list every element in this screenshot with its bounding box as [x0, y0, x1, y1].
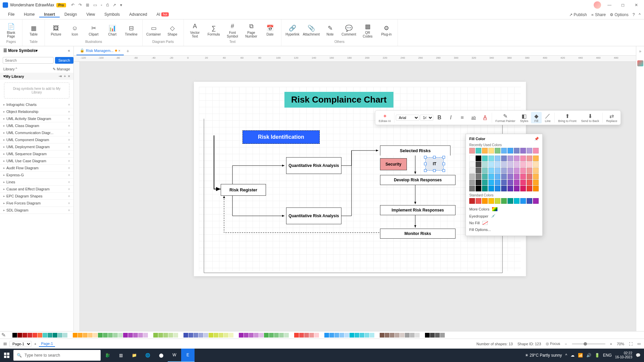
- colorbar-swatch[interactable]: [299, 333, 304, 338]
- lib-category[interactable]: ▸UML Class Diagram×: [0, 122, 73, 129]
- color-swatch[interactable]: [476, 174, 481, 179]
- ribbon-font-symbol[interactable]: #FontSymbol: [224, 21, 241, 40]
- zoom-slider[interactable]: [572, 343, 605, 345]
- colorbar-swatch[interactable]: [319, 333, 324, 338]
- share-button[interactable]: ∝ Share: [591, 12, 606, 17]
- color-swatch[interactable]: [501, 174, 507, 179]
- ribbon-comment[interactable]: 💬Comment: [340, 21, 357, 40]
- color-swatch[interactable]: [520, 156, 526, 161]
- lib-category[interactable]: ▸Five Forces Diagram×: [0, 200, 73, 207]
- ribbon-icon[interactable]: ☺Icon: [66, 21, 83, 40]
- color-swatch[interactable]: [476, 156, 481, 161]
- maximize-button[interactable]: ◻: [618, 3, 628, 7]
- selection-handle[interactable]: [424, 169, 427, 172]
- colorbar-swatch[interactable]: [108, 333, 113, 338]
- colorbar-swatch[interactable]: [360, 333, 364, 338]
- shape-title[interactable]: Risk Complaince Chart: [284, 92, 393, 108]
- lib-category[interactable]: ▸UML Communication Diagr...×: [0, 129, 73, 136]
- color-swatch[interactable]: [469, 156, 475, 161]
- colorbar-swatch[interactable]: [143, 333, 148, 338]
- colorbar-swatch[interactable]: [259, 333, 264, 338]
- colorbar-swatch[interactable]: [229, 333, 233, 338]
- selection-handle[interactable]: [424, 163, 427, 165]
- close-category-icon[interactable]: ×: [68, 145, 70, 149]
- color-swatch[interactable]: [482, 174, 488, 179]
- colorbar-swatch[interactable]: [445, 333, 450, 338]
- more-qat-icon[interactable]: ▾: [120, 3, 122, 7]
- color-swatch[interactable]: [507, 162, 513, 167]
- lib-category[interactable]: ▸UML Activity State Diagram×: [0, 115, 73, 122]
- close-button[interactable]: ✕: [631, 3, 641, 7]
- color-swatch[interactable]: [469, 174, 475, 179]
- colorbar-swatch[interactable]: [234, 333, 238, 338]
- color-swatch[interactable]: [488, 162, 494, 167]
- color-swatch[interactable]: [514, 168, 520, 173]
- collapse-ribbon-icon[interactable]: ^: [639, 12, 641, 17]
- color-swatch[interactable]: [495, 156, 500, 161]
- color-swatch[interactable]: [520, 174, 526, 179]
- colorbar-swatch[interactable]: [83, 333, 88, 338]
- shape-risk-register[interactable]: Risk Register: [221, 184, 266, 196]
- fill-button[interactable]: ◆Fill: [531, 112, 542, 123]
- replace-button[interactable]: ⇄Replace: [604, 112, 619, 123]
- colorbar-swatch[interactable]: [430, 333, 435, 338]
- fullscreen-icon[interactable]: ▭: [637, 342, 641, 346]
- more-colors-button[interactable]: More Colors: [469, 206, 539, 213]
- help-icon[interactable]: ?: [633, 12, 635, 17]
- colorbar-swatch[interactable]: [279, 333, 284, 338]
- colorbar-swatch[interactable]: [269, 333, 274, 338]
- add-tab-button[interactable]: +: [126, 48, 129, 54]
- colorbar-swatch[interactable]: [219, 333, 223, 338]
- menu-tab-design[interactable]: Design: [60, 12, 82, 17]
- taskbar-search[interactable]: 🔍 Type here to search: [13, 350, 101, 361]
- colorbar-swatch[interactable]: [148, 333, 153, 338]
- bring-front-button[interactable]: ⬆Bring to Front: [556, 112, 579, 123]
- library-label[interactable]: Library: [3, 67, 15, 71]
- color-swatch[interactable]: [488, 174, 494, 179]
- fit-page-icon[interactable]: ⛶: [629, 342, 633, 346]
- ribbon-plug-in[interactable]: ⚙Plug-in: [378, 21, 395, 40]
- start-button[interactable]: [0, 349, 13, 362]
- colorbar-swatch[interactable]: [63, 333, 67, 338]
- colorbar-swatch[interactable]: [103, 333, 108, 338]
- color-swatch[interactable]: [482, 186, 488, 191]
- color-swatch[interactable]: [514, 162, 520, 167]
- color-swatch[interactable]: [507, 148, 513, 154]
- color-swatch[interactable]: [514, 148, 520, 154]
- color-swatch[interactable]: [469, 168, 475, 173]
- color-swatch[interactable]: [469, 148, 475, 154]
- colorbar-swatch[interactable]: [415, 333, 420, 338]
- color-swatch[interactable]: [495, 198, 500, 204]
- color-swatch[interactable]: [501, 156, 507, 161]
- lib-category[interactable]: ▸UML Deployment Diagram×: [0, 143, 73, 150]
- colorbar-swatch[interactable]: [244, 333, 249, 338]
- color-swatch[interactable]: [482, 162, 488, 167]
- close-library-icon[interactable]: ×: [68, 74, 70, 78]
- close-category-icon[interactable]: ×: [68, 194, 70, 198]
- colorbar-swatch[interactable]: [314, 333, 319, 338]
- lib-category[interactable]: ▸Lines×: [0, 179, 73, 186]
- lib-category[interactable]: ▸EPC Diagram Shapes×: [0, 193, 73, 200]
- close-category-icon[interactable]: ×: [68, 201, 70, 205]
- menu-tab-symbols[interactable]: Symbols: [100, 12, 124, 17]
- color-swatch[interactable]: [527, 180, 532, 185]
- export-icon[interactable]: ↗: [113, 3, 116, 7]
- colorbar-swatch[interactable]: [153, 333, 158, 338]
- close-category-icon[interactable]: ×: [68, 103, 70, 107]
- ribbon-attachment[interactable]: 📎Attachment: [303, 21, 320, 40]
- open-icon[interactable]: ▭: [93, 3, 97, 7]
- colorbar-swatch[interactable]: [113, 333, 118, 338]
- send-back-button[interactable]: ⬇Send to Back: [579, 112, 601, 123]
- colorbar-swatch[interactable]: [264, 333, 269, 338]
- symbol-search-input[interactable]: [3, 57, 54, 64]
- options-button[interactable]: ⚙ Options: [610, 12, 629, 17]
- new-icon[interactable]: ⊞: [86, 3, 89, 7]
- lib-category[interactable]: ▸Infographic Charts×: [0, 101, 73, 108]
- colorbar-swatch[interactable]: [163, 333, 168, 338]
- focus-toggle[interactable]: ◎ Focus: [546, 342, 560, 346]
- edge-icon[interactable]: 🌐: [141, 349, 154, 362]
- colorbar-swatch[interactable]: [385, 333, 389, 338]
- chrome-icon[interactable]: ⬤: [154, 349, 168, 362]
- colorbar-swatch[interactable]: [274, 333, 279, 338]
- colorbar-swatch[interactable]: [214, 333, 218, 338]
